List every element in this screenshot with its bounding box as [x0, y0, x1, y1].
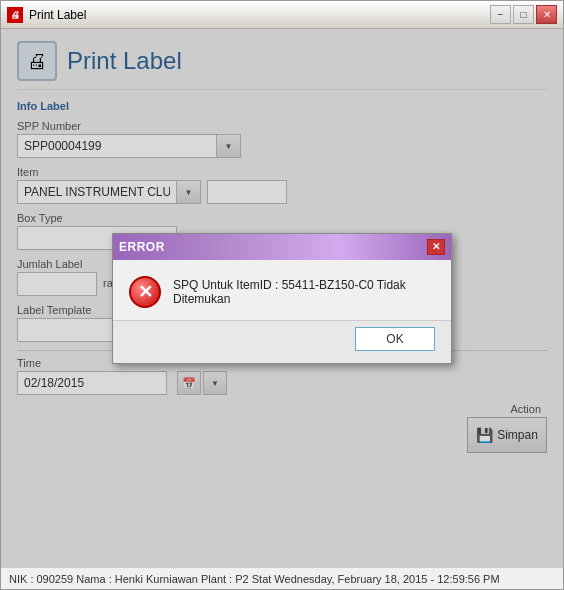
maximize-button[interactable]: □ [513, 5, 534, 24]
status-bar: NIK : 090259 Nama : Henki Kurniawan Plan… [1, 567, 563, 589]
error-icon: ✕ [129, 276, 161, 308]
minimize-button[interactable]: − [490, 5, 511, 24]
error-dialog: ERROR ✕ ✕ SPQ Untuk ItemID : 55411-BZ150… [112, 233, 452, 364]
content-area: 🖨 Print Label Info Label SPP Number ▼ It… [1, 29, 563, 567]
error-message: SPQ Untuk ItemID : 55411-BZ150-C0 Tidak … [173, 278, 435, 306]
close-button[interactable]: ✕ [536, 5, 557, 24]
error-title: ERROR [119, 240, 165, 254]
error-body: ✕ SPQ Untuk ItemID : 55411-BZ150-C0 Tida… [113, 260, 451, 320]
error-title-bar: ERROR ✕ [113, 234, 451, 260]
window-title: Print Label [29, 8, 490, 22]
ok-button[interactable]: OK [355, 327, 435, 351]
main-window: 🖨 Print Label − □ ✕ 🖨 Print Label Info L… [0, 0, 564, 590]
status-text: NIK : 090259 Nama : Henki Kurniawan Plan… [9, 573, 500, 585]
error-close-button[interactable]: ✕ [427, 239, 445, 255]
error-footer: OK [113, 320, 451, 363]
title-bar-buttons: − □ ✕ [490, 5, 557, 24]
app-title-icon: 🖨 [7, 7, 23, 23]
error-overlay: ERROR ✕ ✕ SPQ Untuk ItemID : 55411-BZ150… [1, 29, 563, 567]
title-bar: 🖨 Print Label − □ ✕ [1, 1, 563, 29]
